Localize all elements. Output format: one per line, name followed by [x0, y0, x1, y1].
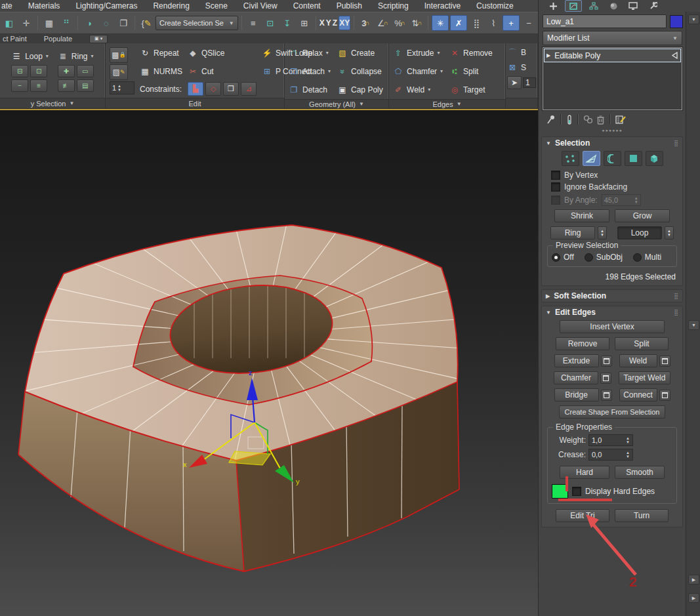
- make-unique-icon[interactable]: [583, 115, 594, 125]
- align-icon[interactable]: ⊡: [262, 16, 278, 30]
- select-place-icon[interactable]: ◧: [1, 16, 17, 30]
- graph-editors-icon[interactable]: {✎: [138, 16, 154, 30]
- axis-x-button[interactable]: X: [319, 16, 325, 30]
- select-move-icon[interactable]: ✛: [18, 16, 34, 30]
- extrude-settings-button[interactable]: [601, 356, 612, 367]
- shrink-ring-button[interactable]: ▭: [77, 65, 94, 77]
- configure-modifier-sets-icon[interactable]: [615, 115, 626, 125]
- ignore-backfacing-checkbox[interactable]: [551, 182, 560, 192]
- preview-subobj-radio[interactable]: [585, 253, 593, 262]
- dotted-grid-icon[interactable]: ⣿: [468, 16, 484, 30]
- menu-item-lighting-cameras[interactable]: Lighting/Cameras: [68, 1, 145, 10]
- panel-splitter[interactable]: ●●●●●●: [539, 127, 686, 133]
- display-hard-edges-checkbox[interactable]: [572, 487, 581, 496]
- cap-poly-button[interactable]: ▣Cap Poly: [337, 81, 383, 98]
- smooth-button[interactable]: Smooth: [615, 466, 665, 479]
- ring-dropdown[interactable]: ≣ Ring ▾: [58, 50, 94, 63]
- axis-y-button[interactable]: Y: [326, 16, 331, 30]
- menu-item-scripting[interactable]: Scripting: [370, 1, 417, 10]
- nurms-button[interactable]: ▦NURMS: [140, 64, 182, 80]
- bridge-button[interactable]: Bridge: [554, 388, 599, 401]
- relax-dropdown[interactable]: ◠Relax▾: [289, 45, 331, 61]
- grow-button[interactable]: Grow: [615, 209, 670, 222]
- menu-item-civil-view[interactable]: Civil View: [236, 1, 285, 10]
- border-mode-button[interactable]: [604, 151, 621, 166]
- preserve-uvs-icon[interactable]: ▩🔒: [110, 47, 128, 63]
- selection-rollout-header[interactable]: ▼ Selection ⣿: [542, 137, 682, 149]
- modifier-list-dropdown[interactable]: Modifier List ▼: [543, 31, 682, 45]
- remove-button[interactable]: Remove: [556, 337, 609, 350]
- menu-item-content[interactable]: Content: [285, 1, 329, 10]
- perspective-viewport[interactable]: x y z: [0, 109, 538, 616]
- by-vertex-checkbox[interactable]: [551, 171, 560, 180]
- weight-spinner[interactable]: 1,0▲▼: [588, 434, 633, 446]
- select-by-clipped[interactable]: ➤1: [507, 75, 536, 90]
- extrude-button[interactable]: Extrude: [554, 354, 599, 367]
- snap-dots-icon[interactable]: ⠛: [58, 16, 74, 30]
- chamfer-button[interactable]: Chamfer: [554, 371, 598, 384]
- scroll-up-button[interactable]: ▼: [688, 14, 699, 24]
- pin-stack-icon[interactable]: [546, 115, 556, 125]
- menu-item-interactive[interactable]: Interactive: [417, 1, 468, 10]
- constraint-face-button[interactable]: ◇: [205, 82, 221, 96]
- tab-utilities[interactable]: [645, 1, 661, 11]
- grow-ring-button[interactable]: ✚: [58, 65, 75, 77]
- ring-spinner[interactable]: ▲▼: [598, 226, 607, 239]
- drag-grip-icon[interactable]: ⣿: [674, 140, 678, 146]
- modify-selection-panel-label[interactable]: y Selection ▼: [0, 98, 105, 108]
- target-button[interactable]: ◎Target: [449, 81, 493, 98]
- expand-right-button-2[interactable]: ▶: [688, 593, 699, 603]
- connect-settings-button[interactable]: [659, 390, 670, 401]
- edit-edges-header[interactable]: ▼ Edit Edges ⣿: [542, 306, 682, 318]
- ring-shift2-button[interactable]: ▤: [77, 79, 94, 92]
- edit-panel-label[interactable]: Edit: [106, 98, 284, 108]
- cut-button[interactable]: ✂Cut: [188, 64, 257, 80]
- split-button[interactable]: ⑆Split: [449, 63, 493, 79]
- create-button[interactable]: ▧Create: [337, 45, 383, 61]
- named-selection-icon[interactable]: ◌: [98, 16, 114, 30]
- hard-edge-color-swatch[interactable]: [552, 484, 568, 499]
- bridge-clipped-button[interactable]: ⌒B: [507, 45, 526, 60]
- connect-button[interactable]: Connect: [619, 388, 657, 401]
- weld-settings-button[interactable]: [659, 356, 670, 367]
- snap-freeze-icon[interactable]: ✳: [432, 15, 449, 31]
- spinner-snap-icon[interactable]: ⇅∩: [409, 16, 424, 30]
- chamfer-dropdown[interactable]: ⬠Chamfer▾: [393, 63, 443, 79]
- expand-right-button[interactable]: ▶: [688, 575, 699, 585]
- polygon-mode-button[interactable]: [625, 151, 642, 166]
- stack-item-editable-poly[interactable]: ▶ Editable Poly: [544, 49, 681, 62]
- layer-manager-icon[interactable]: ❐: [115, 16, 131, 30]
- snap-x-icon[interactable]: ✗: [450, 15, 467, 31]
- menu-item-ate[interactable]: ate: [0, 1, 20, 10]
- ring-button[interactable]: Ring: [550, 226, 595, 239]
- menu-item-publish[interactable]: Publish: [329, 1, 370, 10]
- remove-button[interactable]: ✕Remove: [449, 45, 493, 61]
- tab-modify[interactable]: [565, 0, 582, 12]
- tweak-uvw-icon[interactable]: ▨✎: [110, 64, 128, 80]
- snap-toggle-3d-icon[interactable]: 3∩: [358, 16, 373, 30]
- tab-create[interactable]: [545, 1, 561, 11]
- tab-populate[interactable]: Populate: [44, 35, 72, 43]
- by-angle-spinner[interactable]: 45,0▲▼: [602, 194, 641, 206]
- spin-clipped-button[interactable]: ⊠S: [507, 60, 526, 75]
- tab-object-paint[interactable]: ct Paint: [3, 35, 27, 43]
- modifier-stack[interactable]: ▶ Editable Poly: [543, 47, 682, 110]
- hard-button[interactable]: Hard: [560, 466, 609, 479]
- show-end-result-icon[interactable]: [670, 52, 678, 59]
- crease-spinner[interactable]: 0,0▲▼: [588, 449, 633, 461]
- object-color-swatch[interactable]: [670, 15, 683, 28]
- edit-tri-button[interactable]: Edit Tri: [556, 509, 609, 522]
- chamfer-settings-button[interactable]: [600, 373, 611, 384]
- snap-grid-icon[interactable]: ▦: [41, 16, 57, 30]
- weld-button[interactable]: Weld: [619, 354, 657, 367]
- soft-selection-header[interactable]: ▶ Soft Selection ⣿: [542, 290, 682, 302]
- menu-item-rendering[interactable]: Rendering: [145, 1, 197, 10]
- shrink-button[interactable]: Shrink: [554, 209, 609, 222]
- menu-item-customize[interactable]: Customize: [468, 1, 522, 10]
- mirror-tool-icon[interactable]: ≡: [245, 16, 261, 30]
- show-end-result-toggle-icon[interactable]: [566, 115, 573, 125]
- axis-z-button[interactable]: Z: [333, 16, 337, 30]
- constraint-edge-button[interactable]: ▙: [188, 82, 203, 96]
- loop-spinner[interactable]: ▲▼: [665, 226, 674, 239]
- vertex-mode-button[interactable]: [562, 151, 579, 166]
